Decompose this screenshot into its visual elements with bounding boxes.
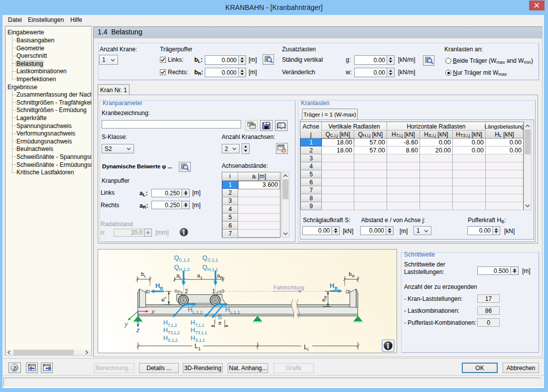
svg-text:aL: aL [176, 272, 182, 280]
svg-text:eR: eR [320, 295, 328, 301]
svg-text:z: z [136, 326, 140, 334]
svg-text:bR: bR [349, 271, 355, 278]
svg-text:HS,1,1: HS,1,1 [191, 335, 205, 343]
svg-text:Li: Li [304, 343, 308, 352]
svg-text:y: y [124, 320, 129, 328]
svg-text:a1: a1 [197, 272, 203, 280]
svg-text:1: 1 [212, 288, 216, 295]
svg-text:?: ? [13, 365, 16, 372]
svg-text:L1: L1 [195, 342, 201, 351]
svg-text:aR: aR [217, 272, 223, 280]
svg-text:bL: bL [141, 271, 146, 278]
svg-text:2: 2 [185, 288, 188, 295]
svg-text:QC,1,2: QC,1,2 [174, 254, 190, 263]
svg-text:Fahrtrichtung: Fahrtrichtung [274, 284, 304, 290]
svg-text:HT3,1,1: HT3,1,1 [191, 327, 207, 335]
svg-text:QH,1,2: QH,1,2 [174, 263, 190, 272]
svg-text:HS,1,2: HS,1,2 [163, 335, 178, 343]
svg-text:HB: HB [155, 282, 163, 291]
svg-text:QC,1,1: QC,1,1 [202, 254, 218, 263]
svg-text:x: x [151, 308, 155, 315]
svg-text:eL: eL [159, 296, 167, 301]
svg-text:QH,1,1: QH,1,1 [202, 263, 218, 272]
svg-text:HT3,1,2: HT3,1,2 [163, 327, 180, 335]
svg-text:HB: HB [330, 282, 338, 291]
svg-text:e: e [219, 320, 222, 326]
